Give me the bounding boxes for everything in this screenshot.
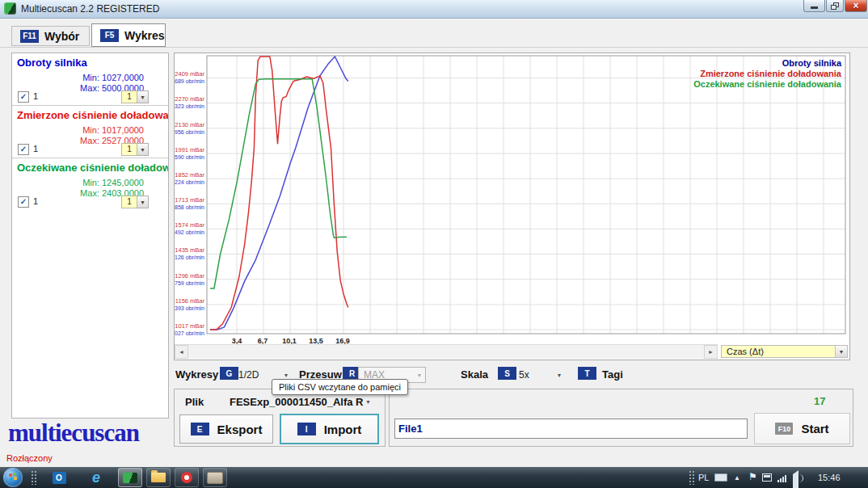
taskbar-outlook-button[interactable]: O <box>47 468 71 487</box>
multiecuscan-icon <box>123 473 137 483</box>
skala-select-value[interactable]: 5x <box>519 369 529 381</box>
opera-icon <box>181 472 192 483</box>
restore-icon <box>831 2 839 10</box>
y-tick-mbar: 1991 mBar <box>175 146 204 154</box>
action-center-flag-icon[interactable]: ⚑ <box>748 471 757 482</box>
plot-border <box>207 56 845 334</box>
y-tick-rpm: 4323 obr/min <box>175 103 204 109</box>
y-tick-mbar: 2130 mBar <box>175 121 204 128</box>
display-icon[interactable] <box>762 473 772 482</box>
taskbar-explorer-button[interactable] <box>146 468 171 487</box>
tab-wykres-label: Wykres <box>124 29 165 42</box>
x-axis-select[interactable]: Czas (Δt) ▼ <box>721 345 848 358</box>
tab-wybor[interactable]: F11 Wybór <box>11 26 90 46</box>
chart-horizontal-scrollbar[interactable]: ◄ ► <box>175 344 718 359</box>
chart-canvas: 1017 mBar1027 obr/min1156 mBar1393 obr/m… <box>175 53 849 344</box>
signal-panel: Obroty silnika Min: 1027,0000 Max: 5000,… <box>11 53 169 419</box>
wykresy-keybadge: G <box>220 367 238 380</box>
legend-entry: Obroty silnika <box>782 58 842 68</box>
y-tick-rpm: 1027 obr/min <box>175 330 204 336</box>
taskbar-app-button[interactable] <box>203 468 227 487</box>
import-keybadge: I <box>297 423 316 435</box>
app-icon <box>4 2 16 15</box>
plik-label: Plik <box>185 396 204 408</box>
signal-channel-label: 1 <box>33 91 38 101</box>
skala-label: Skala <box>461 368 488 381</box>
connection-status: Rozłączony <box>6 453 53 463</box>
restore-button[interactable] <box>826 0 844 12</box>
wykresy-select-value[interactable]: 1/2D <box>238 369 259 381</box>
y-tick-rpm: 1393 obr/min <box>175 305 204 311</box>
keyboard-icon[interactable] <box>714 473 727 482</box>
multiecuscan-logo: multiecuscan <box>8 419 139 448</box>
taskbar-opera-button[interactable] <box>175 468 199 487</box>
signal-min: Min: 1245,0000 <box>82 178 144 187</box>
tagi-keybadge: T <box>578 367 596 380</box>
internet-explorer-icon: e <box>92 470 100 485</box>
close-button[interactable]: × <box>845 0 867 12</box>
signal-scale-value: 1 <box>121 196 137 208</box>
y-tick-rpm: 1759 obr/min <box>175 280 204 286</box>
y-tick-rpm: 2858 obr/min <box>175 204 204 210</box>
eksport-button[interactable]: E Eksport <box>179 414 273 444</box>
signal-scale-select[interactable]: 1 ▼ <box>121 196 149 208</box>
tagi-button[interactable]: Tagi <box>602 368 623 381</box>
close-icon: × <box>853 2 858 10</box>
clock[interactable]: 15:46 <box>818 473 841 482</box>
network-signal-icon[interactable] <box>777 474 789 482</box>
file-select[interactable]: FESExp_000011450_Alfa R ▼ <box>230 396 375 408</box>
chevron-down-icon[interactable]: ▼ <box>137 196 149 208</box>
start-button[interactable]: F10 Start <box>754 413 850 444</box>
tab-wykres[interactable]: F5 Wykres <box>91 23 166 47</box>
signal-checkbox[interactable]: ✓ <box>18 144 29 155</box>
chart-panel: 1017 mBar1027 obr/min1156 mBar1393 obr/m… <box>174 53 850 360</box>
taskbar-multiecuscan-button[interactable] <box>118 468 142 487</box>
import-button[interactable]: I Import <box>280 414 379 444</box>
x-tick-label: 16,9 <box>335 337 350 344</box>
tray-grip[interactable] <box>689 470 694 485</box>
hidden-icons-arrow[interactable]: ▲ <box>734 474 740 482</box>
y-tick-mbar: 2409 mBar <box>175 70 204 78</box>
chevron-down-icon[interactable]: ▼ <box>137 90 149 103</box>
language-indicator[interactable]: PL <box>698 473 709 482</box>
x-tick-label: 13,5 <box>309 337 323 344</box>
signal-name: Obroty silnika <box>17 57 87 69</box>
wykresy-label: Wykresy <box>175 368 218 381</box>
start-button-orb[interactable] <box>3 468 23 487</box>
windows-flag-icon <box>14 477 17 480</box>
volume-icon[interactable] <box>793 474 798 488</box>
chevron-down-icon[interactable]: ▼ <box>835 346 847 357</box>
signal-min: Min: 1017,0000 <box>82 125 144 135</box>
import-button-label: Import <box>324 423 362 436</box>
signal-scale-select[interactable]: 1 ▼ <box>121 143 149 156</box>
file-select-value: FESExp_000011450_Alfa R <box>230 396 365 408</box>
signal-channel-label: 1 <box>33 196 38 206</box>
signal-scale-select[interactable]: 1 ▼ <box>121 90 149 103</box>
windows-flag-icon <box>9 473 12 477</box>
windows-flag-icon <box>10 477 13 481</box>
x-tick-label: 6,7 <box>258 337 268 344</box>
taskbar-grip[interactable] <box>31 470 36 485</box>
signal-section-oczekiwane: Oczekiwane ciśnienie doładowania Min: 12… <box>12 158 168 210</box>
record-count: 17 <box>814 395 825 407</box>
signal-name: Oczekiwane ciśnienie doładowania <box>17 162 168 174</box>
legend-entry: Zmierzone ciśnienie doładowania <box>700 69 842 78</box>
file-name-input[interactable] <box>394 419 748 439</box>
outlook-icon: O <box>53 472 66 484</box>
skala-keybadge: S <box>498 367 516 380</box>
chevron-down-icon[interactable]: ▼ <box>365 399 375 405</box>
y-tick-mbar: 1574 mBar <box>175 221 204 229</box>
signal-checkbox[interactable]: ✓ <box>18 196 29 208</box>
scrollbar-right-arrow[interactable]: ► <box>704 345 718 359</box>
minimize-button[interactable] <box>803 0 825 12</box>
chevron-down-icon[interactable]: ▼ <box>137 143 149 156</box>
taskbar-ie-button[interactable]: e <box>84 468 108 487</box>
start-keybadge: F10 <box>775 423 793 435</box>
y-tick-rpm: 4689 obr/min <box>175 78 204 84</box>
windows-flag-icon <box>13 473 16 476</box>
signal-checkbox[interactable]: ✓ <box>18 91 29 103</box>
record-groupbox: 17 F10 Start <box>389 389 853 447</box>
scrollbar-left-arrow[interactable]: ◄ <box>175 345 188 359</box>
tab-strip: F11 Wybór F5 Wykres <box>0 23 868 48</box>
chevron-down-icon[interactable]: ▼ <box>554 369 565 381</box>
